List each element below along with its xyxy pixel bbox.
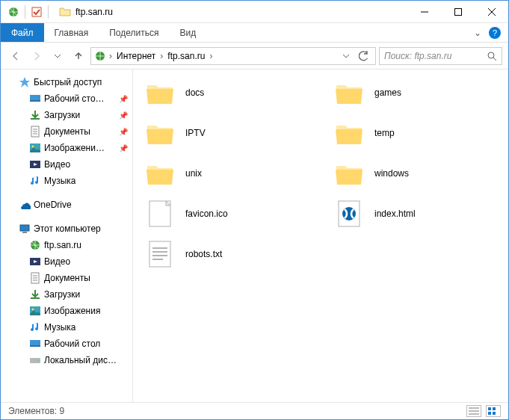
- item-name: docs: [185, 87, 204, 98]
- tree-label: Этот компьютер: [34, 223, 101, 234]
- tree-pc-item[interactable]: Музыка: [1, 319, 132, 336]
- svg-rect-7: [30, 100, 40, 102]
- tree-quick-item[interactable]: Загрузки📌: [1, 107, 132, 123]
- tree-quick-item[interactable]: Документы📌: [1, 123, 132, 140]
- tree-label: Документы: [44, 273, 90, 283]
- chevron-right-icon[interactable]: ›: [108, 51, 114, 61]
- properties-icon[interactable]: [28, 4, 45, 20]
- tab-file[interactable]: Файл: [1, 23, 44, 42]
- recent-button[interactable]: [49, 47, 67, 65]
- tree-onedrive[interactable]: OneDrive: [1, 197, 132, 213]
- tree-pc-item[interactable]: Изображения: [1, 303, 132, 319]
- video-icon: [29, 158, 41, 170]
- onedrive-icon: [19, 199, 31, 211]
- music-icon: [29, 175, 41, 187]
- tree-label: Локальный дис…: [44, 355, 117, 365]
- tree-quick-access[interactable]: Быстрый доступ: [1, 74, 132, 90]
- tree-pc-item[interactable]: ftp.san.ru: [1, 237, 132, 253]
- tree-label: OneDrive: [34, 200, 72, 210]
- tree-label: Документы: [44, 126, 90, 137]
- music-icon: [29, 321, 41, 333]
- tree-label: Изображения: [44, 306, 100, 316]
- folder-icon: [334, 158, 364, 188]
- tree-quick-item[interactable]: Изображени…📌: [1, 140, 132, 156]
- search-box[interactable]: Поиск: ftp.san.ru: [379, 47, 502, 65]
- item-name: windows: [374, 168, 409, 179]
- folder-item[interactable]: windows: [328, 158, 502, 189]
- tree-pc-item[interactable]: Документы: [1, 270, 132, 286]
- pin-icon: 📌: [119, 95, 128, 103]
- address-bar[interactable]: › Интернет › ftp.san.ru ›: [90, 47, 376, 65]
- svg-rect-30: [493, 407, 496, 410]
- search-icon[interactable]: [487, 51, 497, 61]
- dropdown-icon[interactable]: [338, 48, 354, 64]
- refresh-icon[interactable]: [356, 48, 372, 64]
- tree-label: Музыка: [44, 322, 75, 333]
- item-name: games: [374, 87, 401, 98]
- navigation-pane[interactable]: Быстрый доступРабочий сто…📌Загрузки📌Доку…: [1, 70, 133, 402]
- quick-access-toolbar: [1, 4, 55, 20]
- file-list[interactable]: docsgamesIPTVtempunixwindowsfavicon.icoi…: [133, 70, 508, 402]
- tab-home[interactable]: Главная: [44, 23, 99, 42]
- folder-item[interactable]: unix: [139, 158, 313, 189]
- folder-icon: [145, 158, 175, 188]
- tab-share[interactable]: Поделиться: [99, 23, 169, 42]
- pin-icon: 📌: [119, 128, 128, 136]
- tree-pc-item[interactable]: Видео: [1, 253, 132, 270]
- chevron-right-icon[interactable]: ›: [158, 51, 164, 61]
- folder-icon: [59, 6, 71, 18]
- close-button[interactable]: [475, 1, 508, 22]
- tree-pc-item[interactable]: Рабочий стол: [1, 336, 132, 352]
- svg-rect-8: [31, 118, 40, 120]
- svg-rect-32: [493, 412, 496, 415]
- file-icon: [145, 199, 175, 229]
- item-name: robots.txt: [185, 249, 222, 259]
- chevron-right-icon[interactable]: ›: [208, 51, 214, 61]
- app-icon[interactable]: [5, 4, 22, 20]
- folder-item[interactable]: IPTV: [139, 117, 313, 149]
- view-icons-button[interactable]: [486, 405, 501, 417]
- search-placeholder: Поиск: ftp.san.ru: [384, 51, 487, 61]
- folder-item[interactable]: docs: [139, 77, 313, 108]
- tree-label: Рабочий сто…: [44, 93, 105, 104]
- tree-this-pc[interactable]: Этот компьютер: [1, 220, 132, 237]
- svg-rect-18: [31, 297, 40, 299]
- disk-icon: [29, 354, 41, 366]
- maximize-button[interactable]: [441, 1, 475, 22]
- view-details-button[interactable]: [466, 405, 481, 417]
- status-count: 9: [60, 406, 65, 416]
- help-icon[interactable]: ?: [489, 27, 501, 39]
- up-button[interactable]: [70, 47, 87, 65]
- tree-label: Загрузки: [44, 110, 80, 120]
- downloads-icon: [29, 288, 41, 300]
- svg-point-4: [488, 52, 494, 58]
- minimize-button[interactable]: [407, 1, 441, 22]
- ribbon-expand-icon[interactable]: ⌄: [474, 28, 481, 38]
- breadcrumb-host[interactable]: ftp.san.ru: [166, 51, 206, 61]
- file-item[interactable]: robots.txt: [139, 238, 313, 270]
- svg-point-27: [342, 207, 356, 220]
- folder-item[interactable]: temp: [328, 117, 502, 149]
- svg-rect-28: [149, 241, 170, 267]
- file-item[interactable]: favicon.ico: [139, 198, 313, 229]
- tree-label: Видео: [44, 159, 70, 170]
- documents-icon: [29, 126, 41, 138]
- tab-view[interactable]: Вид: [169, 23, 206, 42]
- svg-rect-14: [22, 232, 27, 233]
- forward-button[interactable]: [28, 47, 46, 65]
- breadcrumb-internet[interactable]: Интернет: [115, 51, 157, 61]
- tree-pc-item[interactable]: Локальный дис…: [1, 352, 132, 368]
- svg-rect-29: [488, 407, 491, 410]
- tree-quick-item[interactable]: Музыка: [1, 173, 132, 189]
- pin-icon: 📌: [119, 111, 128, 120]
- tree-quick-item[interactable]: Рабочий сто…📌: [1, 90, 132, 107]
- file-item[interactable]: index.html: [328, 198, 502, 229]
- globe-icon: [29, 239, 41, 251]
- tree-quick-item[interactable]: Видео: [1, 156, 132, 173]
- file-icon: [145, 239, 175, 269]
- tree-pc-item[interactable]: Загрузки: [1, 286, 132, 303]
- desktop-icon: [29, 338, 41, 350]
- folder-item[interactable]: games: [328, 77, 502, 108]
- back-button[interactable]: [7, 47, 25, 65]
- folder-icon: [145, 118, 175, 148]
